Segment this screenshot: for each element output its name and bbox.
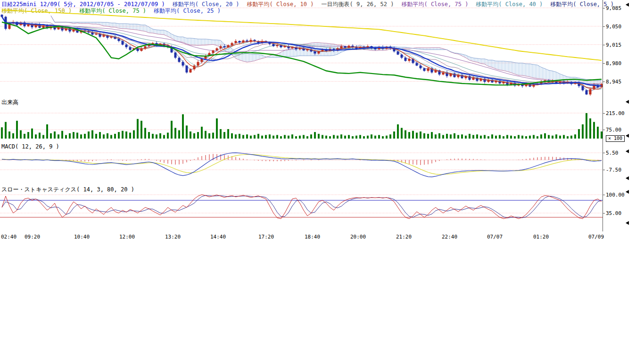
- time-axis-label: 07/07: [487, 234, 503, 240]
- axis-tick: [603, 63, 605, 64]
- panel-scroll-left-icon[interactable]: [626, 134, 629, 138]
- time-axis-label: 13:20: [165, 234, 181, 240]
- panel-scroll-left-icon[interactable]: [626, 3, 629, 7]
- panel-scroll-left-icon[interactable]: [626, 149, 629, 153]
- axis-tick: [603, 213, 605, 214]
- y-axis-label: 9,085: [606, 5, 621, 11]
- time-axis-label: 12:00: [119, 234, 135, 240]
- y-axis-label: 9,015: [606, 42, 621, 48]
- axis-tick: [603, 153, 605, 153]
- panel-scroll-left-icon[interactable]: [626, 221, 629, 225]
- axis-tick: [603, 26, 605, 27]
- y-axis-label: 8,980: [606, 60, 621, 66]
- y-axis-label: 8,945: [606, 79, 621, 85]
- axis-tick: [603, 82, 605, 82]
- volume-panel-title: 出来高: [1, 99, 18, 107]
- time-axis-label: 17:20: [258, 234, 274, 240]
- y-axis-label: 35.00: [606, 210, 621, 216]
- time-axis-label: 07/09: [588, 234, 604, 240]
- time-axis-label: 09:20: [25, 234, 40, 240]
- y-axis-label: 100.00: [606, 192, 625, 198]
- time-axis-label: 14:40: [210, 234, 226, 240]
- y-axis-label: 9,050: [606, 24, 621, 30]
- axis-tick: [603, 170, 605, 170]
- panel-scroll-left-icon[interactable]: [626, 190, 629, 194]
- y-axis-label: 75.00: [606, 127, 621, 133]
- volume-scale-badge: × 100: [606, 135, 625, 142]
- time-axis-label: 21:20: [396, 234, 412, 240]
- panel-scroll-left-icon[interactable]: [626, 100, 629, 104]
- price-axis-line: [603, 0, 603, 231]
- price-chart-panel[interactable]: [0, 0, 603, 97]
- time-axis-label: 20:00: [350, 234, 366, 240]
- y-axis-label: 5.50: [606, 150, 619, 156]
- volume-chart-panel[interactable]: [0, 107, 603, 139]
- time-axis-label: 10:40: [74, 234, 90, 240]
- macd-chart-panel[interactable]: [0, 150, 603, 184]
- y-axis-label: 215.00: [606, 110, 625, 116]
- axis-tick: [603, 130, 605, 130]
- axis-tick: [603, 113, 605, 114]
- y-axis-label: -7.50: [606, 167, 621, 173]
- axis-tick: [603, 8, 605, 8]
- time-axis-label: 01:20: [533, 234, 549, 240]
- panel-scroll-left-icon[interactable]: [626, 176, 629, 180]
- axis-tick: [603, 195, 605, 195]
- axis-tick: [603, 45, 605, 45]
- time-axis-label: 22:40: [442, 234, 457, 240]
- time-axis-label: 02:40: [1, 234, 17, 240]
- chart-workspace: 日経225mini 12/09( 5分, 2012/07/05 - 2012/0…: [0, 0, 644, 362]
- time-axis-label: 18:40: [305, 234, 320, 240]
- stochastics-chart-panel[interactable]: [0, 192, 603, 229]
- macd-panel-title: MACD( 12, 26, 9 ): [1, 143, 59, 150]
